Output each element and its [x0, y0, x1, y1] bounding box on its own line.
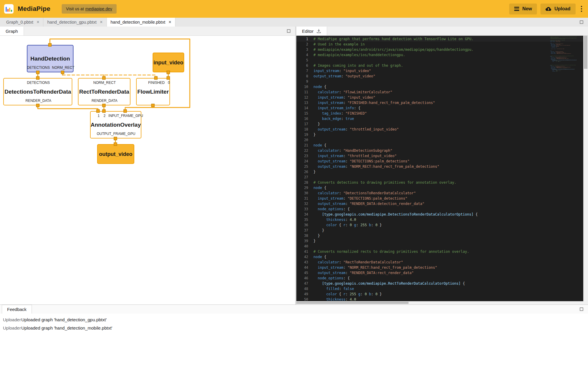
- editor-vertical-scrollbar[interactable]: [583, 36, 588, 304]
- vertical-scrollbar-thumb[interactable]: [584, 36, 587, 69]
- port-label: INPUT_FRAME_GPU: [108, 114, 143, 118]
- line-number: 2: [296, 42, 308, 47]
- graph-canvas[interactable]: DETECTIONSNORM_RECTHandDetectioninput_vi…: [0, 36, 295, 304]
- graph-node-output_video[interactable]: output_video: [97, 144, 134, 164]
- line-number: 49: [296, 291, 308, 297]
- port-label: NORM_RECT: [93, 81, 116, 85]
- file-tab-label: Graph_0.pbtxt: [6, 20, 33, 25]
- line-number: 42: [296, 254, 308, 260]
- code-line-9: 9: [296, 79, 583, 84]
- line-number: 33: [296, 206, 308, 212]
- tab-graph[interactable]: Graph: [0, 27, 24, 35]
- minimap[interactable]: # MediaPipe graph that performs hand det…: [550, 36, 583, 72]
- feedback-message: Uploaded graph 'hand_detection_mobile.pb…: [21, 325, 112, 330]
- restore-layout-icon[interactable]: [580, 20, 583, 24]
- code-line-43: 43 calculator: "RectToRenderDataCalculat…: [296, 260, 583, 265]
- graph-node-title: AnnotationOverlay: [91, 122, 141, 128]
- graph-node-input_video[interactable]: input_video: [153, 53, 184, 72]
- code-line-3: 3# mediapipie/examples/android/src/java/…: [296, 47, 583, 52]
- graph-node-FlowLimiter[interactable]: FINISHED0FlowLimiter: [136, 78, 170, 105]
- visit-link[interactable]: mediapipe.dev: [85, 6, 112, 11]
- line-number: 24: [296, 159, 308, 164]
- line-number: 26: [296, 169, 308, 175]
- code-line-14: 14 input_stream_info: {: [296, 105, 583, 111]
- code-line-8: 8output_stream: "output_video": [296, 74, 583, 79]
- expand-graph-icon[interactable]: [287, 29, 290, 33]
- graph-node-title: DetectionsToRenderData: [4, 89, 72, 95]
- file-tab-Graph_0.pbtxt[interactable]: Graph_0.pbtxt×: [2, 18, 43, 27]
- code-line-38: 38 }: [296, 233, 583, 238]
- code-line-23: 23 input_stream: "throttled_input_video": [296, 153, 583, 159]
- graph-edge: [38, 105, 98, 111]
- port-label: RENDER_DATA: [25, 99, 51, 103]
- code-line-40: 40: [296, 244, 583, 249]
- port-label: DETECTIONS: [27, 66, 50, 70]
- kebab-menu-icon[interactable]: [579, 4, 584, 14]
- code-line-37: 37 }: [296, 228, 583, 233]
- close-tab-icon[interactable]: ×: [169, 19, 171, 25]
- file-tab-label: hand_detection_mobile.pbtxt: [111, 20, 165, 25]
- line-number: 7: [296, 68, 308, 74]
- close-tab-icon[interactable]: ×: [37, 19, 39, 25]
- port-label: OUTPUT_FRAME_GPU: [97, 132, 135, 136]
- tab-editor[interactable]: Editor: [296, 27, 327, 35]
- close-tab-icon[interactable]: ×: [100, 19, 102, 25]
- editor-horizontal-scrollbar[interactable]: [296, 301, 583, 304]
- code-line-5: 5: [296, 58, 583, 63]
- line-number: 1: [296, 36, 308, 42]
- visit-chip: Visit us at mediapipe.dev: [62, 4, 117, 14]
- line-number: 18: [296, 127, 308, 132]
- line-number: 6: [296, 63, 308, 68]
- code-editor[interactable]: 1# MediaPipe graph that performs hand de…: [296, 36, 588, 304]
- code-line-15: 15 tag_index: "FINISHED": [296, 111, 583, 116]
- line-number: 25: [296, 164, 308, 169]
- line-number: 43: [296, 260, 308, 265]
- app-title: MediaPipe: [18, 5, 50, 13]
- upload-button-label: Upload: [554, 6, 570, 12]
- graph-node-HandDetection[interactable]: DETECTIONSNORM_RECTHandDetection: [27, 45, 74, 72]
- code-line-35: 35 thickness: 4.0: [296, 217, 583, 222]
- line-number: 44: [296, 265, 308, 270]
- code-line-10: 10node {: [296, 84, 583, 89]
- mediapipe-logo-icon: [4, 4, 14, 14]
- code-line-6: 6# Images coming into and out of the gra…: [296, 63, 583, 68]
- code-line-25: 25 output_stream: "NORM_RECT:hand_rect_f…: [296, 164, 583, 169]
- code-line-33: 33 node_options: {: [296, 206, 583, 212]
- feedback-source: Uploader: [3, 317, 21, 322]
- expand-feedback-icon[interactable]: [580, 307, 583, 311]
- graph-node-title: HandDetection: [27, 56, 73, 62]
- line-number: 32: [296, 201, 308, 206]
- line-number: 28: [296, 180, 308, 185]
- code-line-47: 47 [type.googleapis.com/mediapipe.RectTo…: [296, 281, 583, 286]
- file-tab-hand_detection_mobile.pbtxt[interactable]: hand_detection_mobile.pbtxt×: [107, 18, 176, 27]
- tab-feedback[interactable]: Feedback: [2, 305, 32, 314]
- code-line-30: 30 calculator: "DetectionsToRenderDataCa…: [296, 190, 583, 196]
- line-number: 3: [296, 47, 308, 52]
- graph-panel-header: Graph: [0, 27, 295, 36]
- line-number: 5: [296, 58, 308, 63]
- code-line-26: 26}: [296, 169, 583, 175]
- graph-node-RectToRenderData[interactable]: NORM_RECTRENDER_DATARectToRenderData: [78, 78, 130, 105]
- port-label: RENDER_DATA: [92, 99, 117, 103]
- line-number: 12: [296, 95, 308, 100]
- code-line-44: 44 input_stream: "NORM_RECT:hand_rect_fr…: [296, 265, 583, 270]
- visit-text: Visit us at: [66, 6, 84, 11]
- file-tab-hand_detection_gpu.pbtxt[interactable]: hand_detection_gpu.pbtxt×: [43, 18, 107, 27]
- line-number: 21: [296, 143, 308, 148]
- code-line-2: 2# Used in the example in: [296, 42, 583, 47]
- new-button[interactable]: New: [509, 4, 537, 14]
- line-number: 37: [296, 228, 308, 233]
- file-tab-bar: Graph_0.pbtxt×hand_detection_gpu.pbtxt×h…: [0, 18, 588, 27]
- graph-node-title: RectToRenderData: [79, 89, 130, 95]
- code-line-24: 24 output_stream: "DETECTIONS:palm_detec…: [296, 159, 583, 164]
- line-number: 15: [296, 111, 308, 116]
- upload-button[interactable]: Upload: [540, 4, 575, 14]
- graph-node-DetectionsToRenderData[interactable]: DETECTIONSRENDER_DATADetectionsToRenderD…: [3, 78, 72, 105]
- horizontal-scrollbar-thumb[interactable]: [296, 302, 409, 304]
- port-label: 0: [168, 81, 170, 85]
- graph-node-AnnotationOverlay[interactable]: 12INPUT_FRAME_GPUOUTPUT_FRAME_GPUAnnotat…: [90, 111, 141, 138]
- feedback-row: UploaderUploaded graph 'hand_detection_g…: [0, 315, 588, 324]
- port-label: DETECTIONS: [27, 81, 50, 85]
- download-icon[interactable]: [316, 29, 321, 33]
- feedback-panel-header: Feedback: [0, 304, 588, 314]
